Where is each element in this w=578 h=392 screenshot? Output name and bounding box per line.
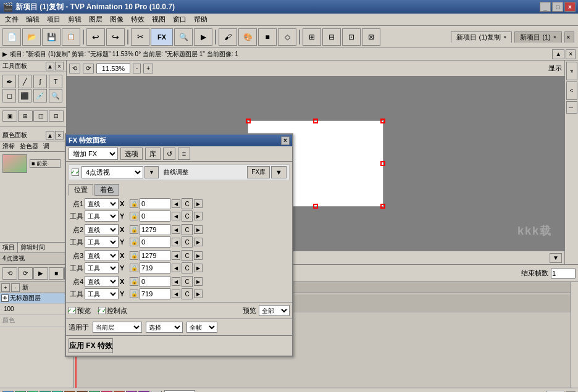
preview-check[interactable]: ✓ [69, 307, 76, 314]
apply-select-select[interactable]: 选择 [146, 322, 183, 333]
grid-btn3[interactable]: ⊡ [342, 28, 361, 46]
p3-y-right[interactable]: ▶ [194, 264, 203, 272]
p4-y-left[interactable]: ◀ [172, 290, 180, 298]
p4-line-type[interactable]: 直线 [85, 276, 119, 287]
p2-y-right[interactable]: ▶ [194, 238, 203, 246]
fill-area-tool[interactable]: ⬛ [18, 89, 31, 102]
p2-c2-btn[interactable]: C [182, 236, 193, 248]
p1-line-type[interactable]: 直线 [85, 198, 119, 209]
p3-x-right[interactable]: ▶ [194, 251, 203, 260]
handle-mr[interactable] [380, 161, 385, 166]
pen-tool[interactable]: ✒ [2, 75, 16, 88]
layer-expand-btn[interactable]: ▼ [550, 253, 562, 263]
maximize-button[interactable]: □ [552, 2, 563, 12]
color-mode-select[interactable]: 颜色 [164, 390, 195, 393]
tab-close-copy[interactable]: × [503, 34, 506, 40]
tab-close-all[interactable]: × [564, 31, 574, 43]
p4-x-right[interactable]: ▶ [194, 277, 203, 286]
corner-tl[interactable] [246, 119, 251, 123]
maximize-panel-btn[interactable]: × [566, 49, 576, 59]
tab-clip[interactable]: 剪辑时间 [18, 243, 48, 252]
p3-y-lock[interactable]: 🔒 [130, 264, 138, 272]
p3-c-btn[interactable]: C [182, 250, 193, 261]
r-btn2[interactable]: V [566, 81, 577, 100]
layer-dropdown[interactable]: ▼ [550, 253, 562, 263]
end-frame-input[interactable] [551, 268, 576, 279]
fill-tool[interactable]: ■ [258, 28, 277, 46]
fg-color[interactable]: ■ 前景 [30, 159, 61, 168]
add-layer-btn[interactable]: + [1, 283, 10, 292]
open-file-button[interactable]: 📂 [22, 28, 41, 46]
p3-tool-type[interactable]: 工具 [85, 262, 119, 273]
eraser-tool[interactable]: ◻ [2, 89, 16, 102]
fx-enable-check[interactable]: ✓ [72, 169, 79, 176]
curve-tool[interactable]: ∫ [33, 75, 47, 88]
fx-collapse-btn[interactable]: ▼ [271, 166, 287, 178]
tab-project-copy[interactable]: 新项目 (1)复制 × [451, 31, 512, 43]
p1-x-left[interactable]: ◀ [172, 199, 180, 208]
fx-tab-position[interactable]: 位置 [69, 184, 93, 196]
color-wheel[interactable]: 🎨 [238, 28, 257, 46]
apply-frames-select[interactable]: 全帧 [186, 322, 217, 333]
select-button[interactable]: ✂ [131, 28, 149, 46]
p4-y-right[interactable]: ▶ [194, 290, 203, 298]
color-preview[interactable] [2, 154, 27, 173]
color-panel-minimize[interactable]: ▲ [46, 131, 54, 140]
tab-picker[interactable]: 拾色器 [17, 141, 41, 151]
layer-item-1[interactable]: 👁 无标题图层 [0, 293, 73, 304]
minimize-button[interactable]: _ [540, 2, 551, 12]
del-layer-btn[interactable]: - [11, 283, 20, 292]
p3-c2-btn[interactable]: C [182, 262, 193, 273]
color-panel-close[interactable]: × [55, 131, 64, 140]
menu-image[interactable]: 图像 [106, 14, 127, 25]
p3-x-lock[interactable]: 🔒 [130, 251, 138, 260]
p4-x-left[interactable]: ◀ [172, 277, 180, 286]
fx-panel-close-btn[interactable]: × [281, 136, 290, 145]
tab-project-original[interactable]: 新项目 (1) × [514, 31, 562, 43]
handle-bm[interactable] [313, 204, 318, 209]
p2-y-input[interactable] [140, 236, 170, 248]
p1-tool-type[interactable]: 工具 [85, 211, 119, 222]
p2-x-lock[interactable]: 🔒 [130, 225, 138, 234]
p4-c2-btn[interactable]: C [182, 288, 193, 299]
layer-vis-1[interactable]: 👁 [1, 294, 9, 302]
loop-btn[interactable]: ⟲ [2, 267, 17, 280]
sub-tool2[interactable]: ⊞ [18, 111, 33, 122]
menu-effects[interactable]: 特效 [127, 14, 148, 25]
zoom-tool[interactable]: 🔍 [49, 89, 62, 102]
search-button[interactable]: 🔍 [174, 28, 193, 46]
p2-y-lock[interactable]: 🔒 [130, 238, 138, 246]
p4-x-lock[interactable]: 🔒 [130, 277, 138, 286]
p4-y-lock[interactable]: 🔒 [130, 290, 138, 298]
zoom-input[interactable] [96, 63, 130, 74]
p1-c2-btn[interactable]: C [182, 211, 193, 222]
fx-more-btn[interactable]: ≡ [178, 148, 190, 160]
zoom-plus[interactable]: + [143, 64, 153, 73]
apply-fx-button[interactable]: 应用 FX 特效 [69, 338, 113, 353]
loop2-btn[interactable]: ⟳ [18, 267, 33, 280]
redo-button[interactable]: ↪ [106, 28, 125, 46]
tab-adjust[interactable]: 调 [41, 141, 52, 151]
timeline-scrollbar[interactable] [571, 282, 578, 388]
text-tool[interactable]: T [49, 75, 62, 88]
grid-btn4[interactable]: ⊠ [362, 28, 380, 46]
menu-layer[interactable]: 图层 [85, 14, 106, 25]
p3-line-type[interactable]: 直线 [85, 250, 119, 261]
tool-panel-close[interactable]: × [55, 62, 64, 70]
p2-x-input[interactable] [140, 224, 170, 235]
sub-tool3[interactable]: ◫ [33, 111, 48, 122]
line-tool[interactable]: ╱ [18, 75, 31, 88]
menu-edit[interactable]: 编辑 [22, 14, 43, 25]
eyedropper-tool[interactable]: 💉 [33, 89, 47, 102]
fx-library-btn[interactable]: FX库 [247, 166, 270, 178]
stop-btn[interactable]: ■ [49, 267, 64, 280]
brush-tool[interactable]: 🖌 [219, 28, 237, 46]
p2-line-type[interactable]: 直线 [85, 224, 119, 235]
p1-y-right[interactable]: ▶ [194, 212, 203, 220]
reset-btn[interactable]: ⟳ [83, 64, 94, 73]
menu-window[interactable]: 窗口 [169, 14, 190, 25]
menu-project[interactable]: 项目 [43, 14, 64, 25]
corner-tr[interactable] [380, 119, 385, 123]
p1-y-lock[interactable]: 🔒 [130, 212, 138, 220]
tool-panel-minimize[interactable]: ▲ [46, 62, 54, 70]
